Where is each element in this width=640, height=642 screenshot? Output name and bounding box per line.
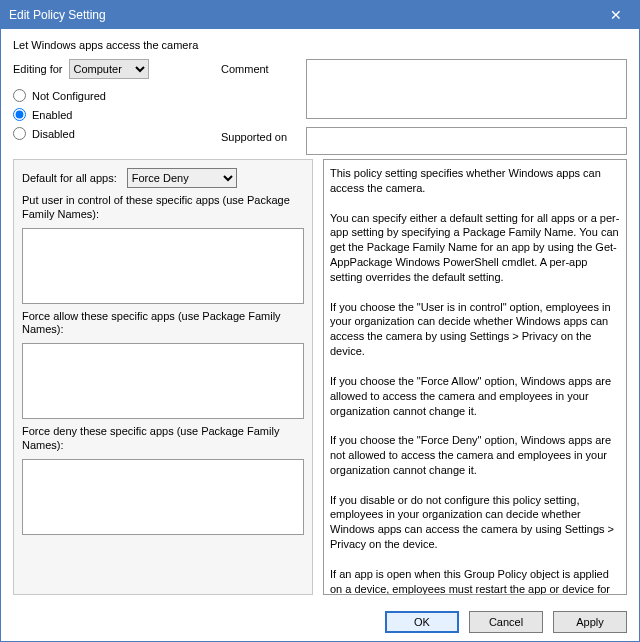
group-user-control-label: Put user in control of these specific ap… <box>22 194 304 222</box>
editing-for-label: Editing for <box>13 63 63 75</box>
close-icon[interactable]: ✕ <box>601 7 631 23</box>
explain-text: This policy setting specifies whether Wi… <box>323 159 627 595</box>
comment-row: Comment <box>221 59 627 119</box>
state-radios: Not Configured Enabled Disabled <box>13 85 213 140</box>
policy-name: Let Windows apps access the camera <box>13 39 627 51</box>
radio-enabled-input[interactable] <box>13 108 26 121</box>
default-for-all-row: Default for all apps: Force Deny <box>22 168 304 188</box>
window-title: Edit Policy Setting <box>9 8 106 22</box>
radio-disabled-label: Disabled <box>32 128 75 140</box>
ok-button[interactable]: OK <box>385 611 459 633</box>
group-force-deny-label: Force deny these specific apps (use Pack… <box>22 425 304 453</box>
group-user-control-list[interactable] <box>22 228 304 304</box>
group-force-deny-list[interactable] <box>22 459 304 535</box>
radio-disabled[interactable]: Disabled <box>13 127 213 140</box>
supported-input[interactable] <box>306 127 627 155</box>
radio-not-configured-label: Not Configured <box>32 90 106 102</box>
editing-for-row: Editing for Computer <box>13 59 213 79</box>
group-force-allow-list[interactable] <box>22 343 304 419</box>
default-for-all-label: Default for all apps: <box>22 172 117 184</box>
radio-not-configured-input[interactable] <box>13 89 26 102</box>
dialog-window: Edit Policy Setting ✕ Let Windows apps a… <box>0 0 640 642</box>
group-force-allow-label: Force allow these specific apps (use Pac… <box>22 310 304 338</box>
supported-label: Supported on <box>221 127 306 143</box>
comment-input[interactable] <box>306 59 627 119</box>
content-area: Let Windows apps access the camera Editi… <box>1 29 639 603</box>
apply-button[interactable]: Apply <box>553 611 627 633</box>
radio-not-configured[interactable]: Not Configured <box>13 89 213 102</box>
editing-for-select[interactable]: Computer <box>69 59 149 79</box>
meta-column: Comment Supported on <box>221 59 627 155</box>
supported-row: Supported on <box>221 127 627 155</box>
titlebar: Edit Policy Setting ✕ <box>1 1 639 29</box>
state-column: Editing for Computer Not Configured Enab… <box>13 59 213 155</box>
policy-header: Editing for Computer Not Configured Enab… <box>13 59 627 155</box>
button-bar: OK Cancel Apply <box>1 603 639 641</box>
radio-enabled-label: Enabled <box>32 109 72 121</box>
comment-label: Comment <box>221 59 306 75</box>
default-for-all-select[interactable]: Force Deny <box>127 168 237 188</box>
radio-disabled-input[interactable] <box>13 127 26 140</box>
options-panel: Default for all apps: Force Deny Put use… <box>13 159 313 595</box>
radio-enabled[interactable]: Enabled <box>13 108 213 121</box>
cancel-button[interactable]: Cancel <box>469 611 543 633</box>
panels: Default for all apps: Force Deny Put use… <box>13 159 627 595</box>
